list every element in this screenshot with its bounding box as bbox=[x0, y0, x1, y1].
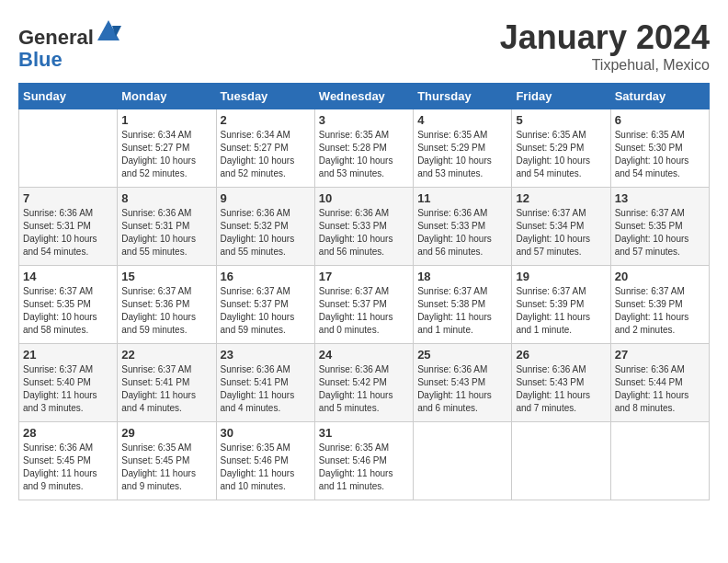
day-number: 9 bbox=[221, 191, 311, 205]
calendar-cell: 13Sunrise: 6:37 AMSunset: 5:35 PMDayligh… bbox=[610, 188, 709, 266]
day-info: Sunrise: 6:37 AMSunset: 5:35 PMDaylight:… bbox=[23, 285, 113, 337]
day-number: 2 bbox=[221, 113, 311, 127]
weekday-header: Saturday bbox=[610, 84, 709, 109]
day-number: 26 bbox=[516, 348, 606, 362]
weekday-header: Friday bbox=[512, 84, 610, 109]
calendar-cell: 11Sunrise: 6:36 AMSunset: 5:33 PMDayligh… bbox=[414, 188, 512, 266]
calendar-cell: 8Sunrise: 6:36 AMSunset: 5:31 PMDaylight… bbox=[118, 188, 216, 266]
calendar-cell bbox=[610, 422, 709, 500]
day-number: 1 bbox=[121, 113, 211, 127]
day-info: Sunrise: 6:37 AMSunset: 5:34 PMDaylight:… bbox=[516, 207, 606, 259]
calendar-cell: 4Sunrise: 6:35 AMSunset: 5:29 PMDaylight… bbox=[414, 109, 512, 188]
day-info: Sunrise: 6:37 AMSunset: 5:37 PMDaylight:… bbox=[319, 285, 409, 337]
calendar-cell: 25Sunrise: 6:36 AMSunset: 5:43 PMDayligh… bbox=[414, 344, 512, 422]
day-number: 10 bbox=[319, 191, 409, 205]
day-info: Sunrise: 6:36 AMSunset: 5:31 PMDaylight:… bbox=[121, 207, 211, 259]
day-number: 21 bbox=[23, 348, 113, 362]
day-info: Sunrise: 6:35 AMSunset: 5:45 PMDaylight:… bbox=[121, 442, 211, 493]
day-number: 14 bbox=[23, 270, 113, 283]
day-info: Sunrise: 6:37 AMSunset: 5:36 PMDaylight:… bbox=[121, 285, 211, 337]
day-number: 3 bbox=[319, 113, 409, 127]
day-info: Sunrise: 6:37 AMSunset: 5:38 PMDaylight:… bbox=[417, 285, 507, 337]
calendar-cell: 14Sunrise: 6:37 AMSunset: 5:35 PMDayligh… bbox=[19, 266, 118, 344]
logo-general-text: General bbox=[18, 26, 94, 49]
day-info: Sunrise: 6:35 AMSunset: 5:28 PMDaylight:… bbox=[319, 129, 409, 180]
day-info: Sunrise: 6:36 AMSunset: 5:33 PMDaylight:… bbox=[417, 207, 507, 259]
day-info: Sunrise: 6:35 AMSunset: 5:29 PMDaylight:… bbox=[417, 129, 507, 180]
day-number: 18 bbox=[417, 270, 507, 283]
day-number: 7 bbox=[23, 191, 113, 205]
day-info: Sunrise: 6:34 AMSunset: 5:27 PMDaylight:… bbox=[221, 129, 311, 180]
calendar-cell: 23Sunrise: 6:36 AMSunset: 5:41 PMDayligh… bbox=[216, 344, 314, 422]
day-info: Sunrise: 6:36 AMSunset: 5:42 PMDaylight:… bbox=[319, 363, 409, 415]
day-number: 6 bbox=[615, 113, 705, 127]
calendar-cell: 2Sunrise: 6:34 AMSunset: 5:27 PMDaylight… bbox=[216, 109, 314, 188]
day-info: Sunrise: 6:36 AMSunset: 5:41 PMDaylight:… bbox=[221, 363, 311, 415]
day-info: Sunrise: 6:35 AMSunset: 5:30 PMDaylight:… bbox=[615, 129, 705, 180]
calendar-week-row: 28Sunrise: 6:36 AMSunset: 5:45 PMDayligh… bbox=[19, 422, 710, 500]
calendar-cell: 9Sunrise: 6:36 AMSunset: 5:32 PMDaylight… bbox=[216, 188, 314, 266]
page-header: General Blue January 2024 Tixpehual, Mex… bbox=[18, 18, 710, 74]
calendar-cell: 7Sunrise: 6:36 AMSunset: 5:31 PMDaylight… bbox=[19, 188, 118, 266]
day-info: Sunrise: 6:36 AMSunset: 5:45 PMDaylight:… bbox=[23, 442, 113, 493]
day-info: Sunrise: 6:36 AMSunset: 5:32 PMDaylight:… bbox=[221, 207, 311, 259]
day-info: Sunrise: 6:36 AMSunset: 5:43 PMDaylight:… bbox=[516, 363, 606, 415]
day-number: 30 bbox=[221, 426, 311, 440]
day-info: Sunrise: 6:37 AMSunset: 5:40 PMDaylight:… bbox=[23, 363, 113, 415]
calendar-cell: 24Sunrise: 6:36 AMSunset: 5:42 PMDayligh… bbox=[314, 344, 413, 422]
day-info: Sunrise: 6:37 AMSunset: 5:39 PMDaylight:… bbox=[516, 285, 606, 337]
day-info: Sunrise: 6:37 AMSunset: 5:35 PMDaylight:… bbox=[615, 207, 705, 259]
day-info: Sunrise: 6:37 AMSunset: 5:41 PMDaylight:… bbox=[121, 363, 211, 415]
day-info: Sunrise: 6:37 AMSunset: 5:39 PMDaylight:… bbox=[615, 285, 705, 337]
day-number: 19 bbox=[516, 270, 606, 283]
calendar-cell: 26Sunrise: 6:36 AMSunset: 5:43 PMDayligh… bbox=[512, 344, 610, 422]
calendar-cell: 6Sunrise: 6:35 AMSunset: 5:30 PMDaylight… bbox=[610, 109, 709, 188]
day-info: Sunrise: 6:36 AMSunset: 5:33 PMDaylight:… bbox=[319, 207, 409, 259]
calendar-cell: 3Sunrise: 6:35 AMSunset: 5:28 PMDaylight… bbox=[314, 109, 413, 188]
logo-blue-text: Blue bbox=[18, 48, 63, 71]
calendar-cell: 16Sunrise: 6:37 AMSunset: 5:37 PMDayligh… bbox=[216, 266, 314, 344]
header-row: SundayMondayTuesdayWednesdayThursdayFrid… bbox=[19, 84, 710, 109]
calendar-cell bbox=[512, 422, 610, 500]
calendar-cell: 20Sunrise: 6:37 AMSunset: 5:39 PMDayligh… bbox=[610, 266, 709, 344]
calendar-cell: 22Sunrise: 6:37 AMSunset: 5:41 PMDayligh… bbox=[118, 344, 216, 422]
day-number: 24 bbox=[319, 348, 409, 362]
weekday-header: Wednesday bbox=[314, 84, 413, 109]
day-info: Sunrise: 6:35 AMSunset: 5:46 PMDaylight:… bbox=[221, 442, 311, 493]
day-number: 8 bbox=[121, 191, 211, 205]
day-number: 17 bbox=[319, 270, 409, 283]
day-number: 28 bbox=[23, 426, 113, 440]
calendar-table: SundayMondayTuesdayWednesdayThursdayFrid… bbox=[18, 83, 710, 500]
calendar-cell bbox=[19, 109, 118, 188]
calendar-cell: 21Sunrise: 6:37 AMSunset: 5:40 PMDayligh… bbox=[19, 344, 118, 422]
weekday-header: Thursday bbox=[414, 84, 512, 109]
calendar-week-row: 21Sunrise: 6:37 AMSunset: 5:40 PMDayligh… bbox=[19, 344, 710, 422]
day-number: 25 bbox=[417, 348, 507, 362]
day-number: 15 bbox=[121, 270, 211, 283]
day-number: 13 bbox=[615, 191, 705, 205]
calendar-cell: 5Sunrise: 6:35 AMSunset: 5:29 PMDaylight… bbox=[512, 109, 610, 188]
logo-icon bbox=[96, 18, 121, 44]
day-info: Sunrise: 6:35 AMSunset: 5:46 PMDaylight:… bbox=[319, 442, 409, 493]
day-number: 16 bbox=[221, 270, 311, 283]
calendar-cell: 10Sunrise: 6:36 AMSunset: 5:33 PMDayligh… bbox=[314, 188, 413, 266]
day-info: Sunrise: 6:35 AMSunset: 5:29 PMDaylight:… bbox=[516, 129, 606, 180]
calendar-cell: 31Sunrise: 6:35 AMSunset: 5:46 PMDayligh… bbox=[314, 422, 413, 500]
weekday-header: Sunday bbox=[19, 84, 118, 109]
month-title: January 2024 bbox=[500, 18, 710, 57]
day-number: 31 bbox=[319, 426, 409, 440]
day-number: 29 bbox=[121, 426, 211, 440]
calendar-week-row: 1Sunrise: 6:34 AMSunset: 5:27 PMDaylight… bbox=[19, 109, 710, 188]
day-number: 27 bbox=[615, 348, 705, 362]
day-info: Sunrise: 6:36 AMSunset: 5:31 PMDaylight:… bbox=[23, 207, 113, 259]
day-number: 4 bbox=[417, 113, 507, 127]
calendar-cell: 17Sunrise: 6:37 AMSunset: 5:37 PMDayligh… bbox=[314, 266, 413, 344]
day-number: 22 bbox=[121, 348, 211, 362]
calendar-cell: 1Sunrise: 6:34 AMSunset: 5:27 PMDaylight… bbox=[118, 109, 216, 188]
location: Tixpehual, Mexico bbox=[500, 57, 710, 74]
calendar-cell: 12Sunrise: 6:37 AMSunset: 5:34 PMDayligh… bbox=[512, 188, 610, 266]
day-number: 11 bbox=[417, 191, 507, 205]
calendar-cell: 28Sunrise: 6:36 AMSunset: 5:45 PMDayligh… bbox=[19, 422, 118, 500]
day-info: Sunrise: 6:34 AMSunset: 5:27 PMDaylight:… bbox=[121, 129, 211, 180]
day-number: 5 bbox=[516, 113, 606, 127]
